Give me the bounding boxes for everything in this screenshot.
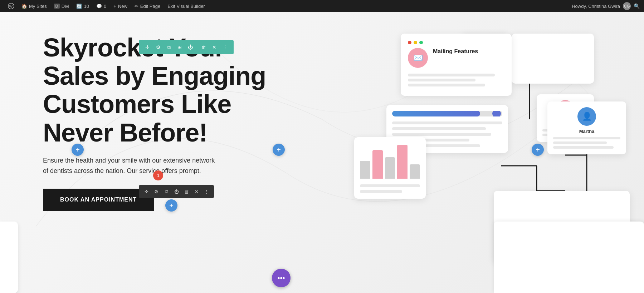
martha-line-3 [553,146,614,149]
card-mailing-features: ✉️ Mailing Features [401,34,512,96]
toolbar-separator [197,44,197,51]
module-duplicate-icon[interactable]: ⧉ [162,187,171,196]
card-line-3 [408,84,485,86]
dot-yellow [414,41,417,44]
card-blank-large [512,34,594,84]
pencil-icon: ✏ [135,4,138,9]
avatar[interactable]: CG [623,2,631,10]
prog-line-3 [392,133,491,136]
admin-bar: W 🏠 My Sites D Divi 🔄 10 💬 0 + New ✏ Edi… [0,0,644,12]
page-card-bottom-left [0,222,18,293]
toolbar-disable-icon[interactable]: ⏻ [185,42,195,52]
progress-toggle [492,111,501,116]
hero-subtitle: Ensure the health and your smile with ou… [43,155,222,176]
updates-count: 10 [84,4,89,9]
martha-line-2 [553,141,607,144]
mailing-title-text: Mailing Features [433,48,478,55]
updates-menu[interactable]: 🔄 10 [73,0,92,12]
module-delete-icon[interactable]: 🗑 [182,187,191,196]
toolbar-delete-icon[interactable]: 🗑 [199,42,209,52]
divi-label: Divi [62,4,69,9]
chart-line-1 [360,184,420,187]
bar-5 [410,164,420,179]
divi-menu[interactable]: D Divi [50,0,73,12]
my-sites-menu[interactable]: 🏠 My Sites [18,0,50,12]
card-martha: 👤 Martha [547,101,626,154]
toolbar-duplicate-icon[interactable]: ⧉ [164,42,174,52]
progress-bar-fill [392,111,480,116]
comments-icon: 💬 [96,4,102,9]
toolbar-close-icon[interactable]: ✕ [209,42,219,52]
page-card-bottom-right [494,222,644,293]
toolbar-layout-icon[interactable]: ⊞ [175,42,185,52]
exit-builder-link[interactable]: Exit Visual Builder [164,0,209,12]
mailing-title: Mailing Features [433,48,478,55]
module-disable-icon[interactable]: ⏻ [172,187,181,196]
card-chart [354,137,426,199]
martha-line-1 [553,137,620,139]
bar-2 [372,150,383,179]
bar-1 [360,161,370,179]
mailing-header: ✉️ Mailing Features [408,48,504,68]
card-line-1 [408,74,495,76]
updates-icon: 🔄 [76,4,82,9]
martha-lines [553,137,620,149]
notification-badge: 1 [153,170,163,180]
search-icon[interactable]: 🔍 [634,3,640,9]
new-content-menu[interactable]: + New [110,0,131,12]
add-section-left[interactable]: + [72,144,84,156]
prog-line-2 [392,127,486,130]
progress-bar [392,111,502,116]
bar-3 [385,157,395,179]
my-sites-label: My Sites [29,4,47,9]
row-toolbar: ✛ ⚙ ⧉ ⊞ ⏻ 🗑 ✕ ⋮ [139,40,234,54]
more-options-button[interactable]: ••• [272,269,291,287]
module-toolbar: ✛ ⚙ ⧉ ⏻ 🗑 ✕ ⋮ [139,185,214,198]
module-settings-icon[interactable]: ⚙ [152,187,161,196]
card-line-2 [408,79,475,81]
martha-avatar: 👤 [577,107,596,126]
martha-name: Martha [553,129,620,134]
bar-4 [397,145,408,179]
page-area: ✛ ⚙ ⧉ ⊞ ⏻ 🗑 ✕ ⋮ Skyrocket Your Sales by … [0,12,644,293]
divi-icon: D [54,4,60,9]
comments-menu[interactable]: 💬 0 [93,0,110,12]
mail-icon: ✉️ [408,48,428,68]
card-window-dots [408,41,504,44]
add-section-right[interactable]: + [532,144,544,156]
module-move-icon[interactable]: ✛ [142,187,151,196]
hero-section: Skyrocket Your Sales by Engaging Custome… [43,34,275,211]
my-sites-icon: 🏠 [21,4,27,9]
edit-page-link[interactable]: ✏ Edit Page [131,0,164,12]
chart-bars-container [360,143,420,179]
plus-icon: + [113,4,116,9]
prog-line-1 [392,121,502,124]
new-label: New [118,4,127,9]
admin-bar-right: Howdy, Christina Gwira CG 🔍 [572,2,640,10]
wordpress-logo[interactable]: W [4,0,18,12]
dot-green [419,41,423,44]
user-greeting: Howdy, Christina Gwira [572,4,620,9]
illustration-area: ✉️ Mailing Features [365,34,623,248]
exit-builder-label: Exit Visual Builder [167,4,205,9]
book-appointment-button[interactable]: Book An Appointment [43,189,154,211]
add-section-middle[interactable]: + [273,144,285,156]
toolbar-move-icon[interactable]: ✛ [142,42,152,52]
dot-red [408,41,411,44]
chart-line-2 [360,190,402,193]
module-close-icon[interactable]: ✕ [192,187,201,196]
toolbar-settings-icon[interactable]: ⚙ [153,42,163,52]
svg-text:W: W [9,4,13,8]
edit-page-label: Edit Page [140,4,160,9]
comments-count: 0 [104,4,106,9]
add-module-below[interactable]: + [165,199,177,212]
toolbar-more-icon[interactable]: ⋮ [220,42,230,52]
module-more-icon[interactable]: ⋮ [202,187,211,196]
